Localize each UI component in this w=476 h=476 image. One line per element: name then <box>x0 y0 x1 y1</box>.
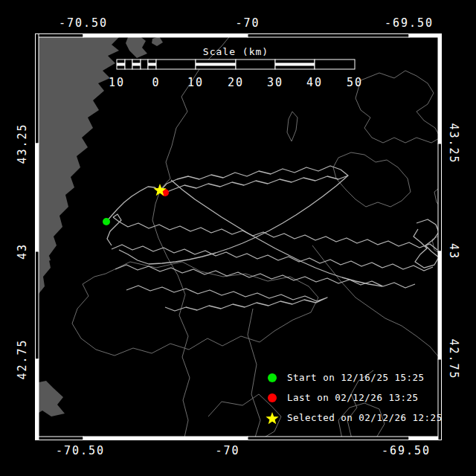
star-icon <box>265 411 280 425</box>
contour-line <box>287 112 298 141</box>
legend: Start on 12/16/25 15:25Last on 02/12/26 … <box>265 367 443 428</box>
scale-bar-stripe <box>148 63 156 66</box>
axis-label-right: 42.75 <box>447 338 460 379</box>
scale-bar-tick-label: 0 <box>152 76 160 89</box>
scale-bar-tick-label: 10 <box>187 76 204 89</box>
scale-bar-tick-label: 20 <box>228 76 244 89</box>
track-line <box>119 176 348 264</box>
axis-label-left: 43.25 <box>16 123 29 164</box>
contour-line <box>248 309 260 437</box>
scale-bar-cell <box>236 60 275 69</box>
dot-icon <box>265 390 280 405</box>
tracking-map-page: -70.50-70-69.50-70.50-70-69.5043.254342.… <box>0 0 476 476</box>
scale-bar-tick-label: 10 <box>109 76 125 89</box>
start-marker[interactable] <box>103 218 110 225</box>
legend-item: Start on 12/16/25 15:25 <box>265 367 443 387</box>
scale-bar-stripe <box>117 63 125 66</box>
legend-label: Selected on 02/12/26 12:25 <box>287 412 443 423</box>
land-polygon <box>126 35 147 58</box>
scale-bar-tick-label: 30 <box>267 76 283 89</box>
axis-label-right: 43.25 <box>447 123 460 164</box>
scale-bar-tick-label: 40 <box>306 76 323 89</box>
scale-bar-tick-label: 50 <box>347 76 363 89</box>
scale-bar-title: Scale (km) <box>203 46 268 57</box>
scale-bar-stripe <box>132 63 141 66</box>
legend-item: Selected on 02/12/26 12:25 <box>265 408 443 428</box>
track-line <box>171 180 382 286</box>
axis-label-top: -70.50 <box>59 16 108 30</box>
scale-bar-stripe <box>275 63 315 66</box>
land-polygon <box>152 36 163 46</box>
scale-bar-cell <box>141 60 148 69</box>
contour-line <box>152 33 232 437</box>
legend-label: Last on 02/12/26 13:25 <box>287 392 419 403</box>
scale-bar-stripe <box>196 63 236 66</box>
axis-label-top: -69.50 <box>385 16 434 30</box>
scale-bar-cell <box>315 60 355 69</box>
axis-label-right: 43 <box>447 243 460 260</box>
scale-bar-cell <box>125 60 132 69</box>
contour-line <box>312 245 442 361</box>
track-line <box>160 166 348 193</box>
axis-label-left: 42.75 <box>16 338 29 379</box>
legend-label: Start on 12/16/25 15:25 <box>287 372 425 383</box>
land-polygon <box>35 381 65 416</box>
legend-item: Last on 02/12/26 13:25 <box>265 387 443 408</box>
scale-bar-cell <box>156 60 196 69</box>
contour-line <box>356 71 440 143</box>
axis-label-bottom: -70.50 <box>56 444 105 457</box>
dot-icon <box>265 370 280 385</box>
axis-label-bottom: -70 <box>215 444 239 457</box>
contour-line <box>333 152 411 207</box>
track-line <box>414 219 439 268</box>
axis-label-bottom: -69.50 <box>382 444 431 457</box>
axis-label-top: -70 <box>235 16 260 30</box>
track-line <box>126 286 327 311</box>
axis-label-left: 43 <box>16 243 29 260</box>
